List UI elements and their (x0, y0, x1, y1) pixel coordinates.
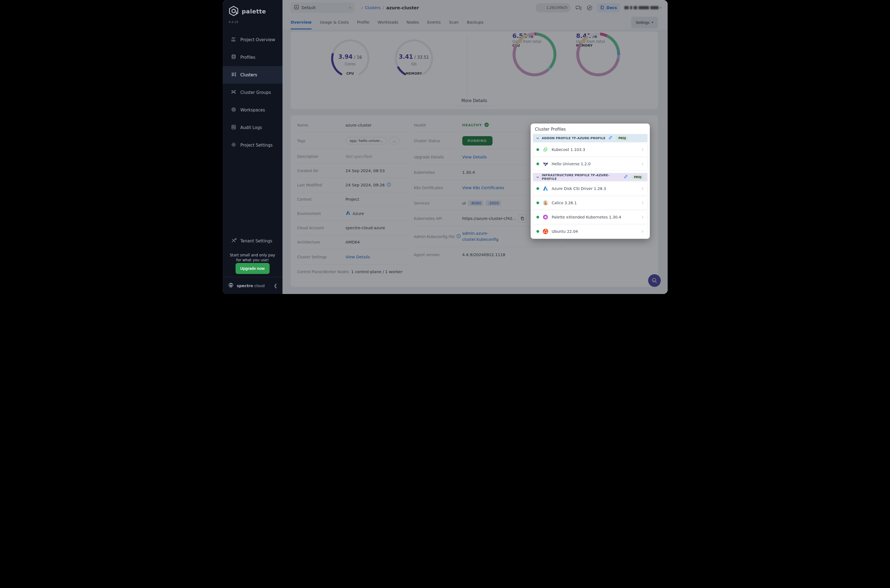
profiles-stack-icon (231, 54, 236, 61)
profile-layer-calico[interactable]: Calico 3.26.1 (533, 196, 648, 210)
profile-layer-azure-csi[interactable]: Azure Disk CSI Driver 1.28.3 (533, 182, 648, 195)
app-version: 4.4.19 (229, 20, 282, 24)
proj-scope-badge: PROJ (631, 175, 644, 180)
link-icon (608, 136, 612, 141)
chevron-right-icon (641, 229, 644, 234)
profile-layer-kubecost[interactable]: Kubecost 1.103.3 (533, 143, 648, 156)
status-dot (536, 230, 539, 233)
chevron-right-icon (641, 147, 644, 152)
chevron-right-icon (641, 161, 644, 166)
screenshot-stage: palette 4.4.19 Project Overview Profiles… (223, 0, 668, 294)
sidebar-item-clusters[interactable]: Clusters (223, 66, 282, 84)
sidebar-item-profiles[interactable]: Profiles (223, 49, 282, 66)
ubuntu-logo-icon (542, 228, 548, 234)
cluster-groups-icon (231, 89, 236, 96)
spectro-cloud-logo-icon (228, 282, 234, 290)
sidebar-item-label: Tenant Settings (240, 238, 272, 243)
gear-icon (231, 142, 236, 148)
status-dot (536, 162, 539, 165)
chevron-down-icon (536, 136, 539, 141)
workspaces-icon (231, 107, 236, 113)
addon-profile-name: ADDON PROFILE TF-AZURE-PROFILE (542, 136, 606, 140)
chevron-right-icon (641, 200, 644, 206)
kubecost-logo-icon (542, 147, 548, 153)
cluster-profiles-popup: Cluster Profiles ADDON PROFILE TF-AZURE-… (531, 123, 650, 239)
popup-title: Cluster Profiles (531, 123, 650, 134)
chevron-down-icon (536, 175, 539, 180)
chevron-right-icon (641, 214, 644, 220)
sidebar-item-label: Project Settings (240, 143, 273, 148)
chevron-right-icon (641, 186, 644, 191)
profile-layer-palette-extended-k8s[interactable]: Palette eXtended Kubernetes 1.30.4 (533, 210, 648, 224)
sidebar-item-cluster-groups[interactable]: Cluster Groups (223, 84, 282, 101)
sidebar-item-project-settings[interactable]: Project Settings (223, 136, 282, 154)
sidebar-item-tenant-settings[interactable]: Tenant Settings (223, 232, 282, 250)
sidebar-nav: Project Overview Profiles Clusters Clust… (223, 31, 282, 154)
sidebar-item-audit-logs[interactable]: Audit Logs (223, 119, 282, 136)
hello-universe-logo-icon (542, 161, 548, 167)
azure-disk-csi-logo-icon (542, 186, 548, 192)
brand-name: palette (242, 8, 266, 15)
sidebar-footer: spectro cloud ❮ (223, 277, 282, 294)
sidebar-item-label: Cluster Groups (240, 90, 271, 95)
status-dot (536, 187, 539, 190)
palette-app-window: palette 4.4.19 Project Overview Profiles… (223, 0, 668, 294)
addon-profile-section-header[interactable]: ADDON PROFILE TF-AZURE-PROFILE PROJ (533, 134, 648, 142)
link-icon (624, 175, 628, 180)
sidebar-item-project-overview[interactable]: Project Overview (223, 31, 282, 49)
status-dot (536, 201, 539, 204)
sidebar-item-label: Project Overview (240, 38, 275, 42)
infrastructure-profile-section-header[interactable]: INFRASTRUCTURE PROFILE TF-AZURE-PROFILE … (533, 173, 648, 181)
profile-layer-ubuntu[interactable]: Ubuntu 22.04 (533, 225, 648, 238)
profile-layer-hello-universe[interactable]: Hello Universe 1.2.0 (533, 157, 648, 171)
sidebar-collapse-chevron[interactable]: ❮ (274, 283, 277, 288)
sidebar-item-workspaces[interactable]: Workspaces (223, 101, 282, 119)
status-dot (536, 216, 539, 219)
sidebar-item-label: Profiles (240, 55, 255, 60)
sidebar-item-label: Audit Logs (240, 125, 262, 130)
upgrade-promo-text: Start small and only pay for what you us… (223, 252, 282, 262)
footer-brand: spectro cloud (237, 284, 265, 288)
upgrade-now-button[interactable]: Upgrade now (236, 263, 270, 274)
brand: palette (223, 0, 282, 18)
palette-logo-icon (228, 6, 239, 18)
palette-extended-kubernetes-logo-icon (542, 214, 548, 220)
sidebar-item-label: Clusters (240, 72, 257, 77)
tools-icon (231, 238, 236, 244)
status-dot (536, 148, 539, 151)
infrastructure-profile-name: INFRASTRUCTURE PROFILE TF-AZURE-PROFILE (542, 174, 621, 181)
project-overview-icon (231, 36, 236, 43)
clusters-icon (231, 72, 236, 78)
audit-logs-icon (231, 124, 236, 131)
sidebar-tenant: Tenant Settings (223, 232, 282, 250)
calico-logo-icon (542, 200, 548, 206)
proj-scope-badge: PROJ (616, 136, 629, 141)
sidebar: palette 4.4.19 Project Overview Profiles… (223, 0, 282, 294)
sidebar-item-label: Workspaces (240, 108, 265, 112)
